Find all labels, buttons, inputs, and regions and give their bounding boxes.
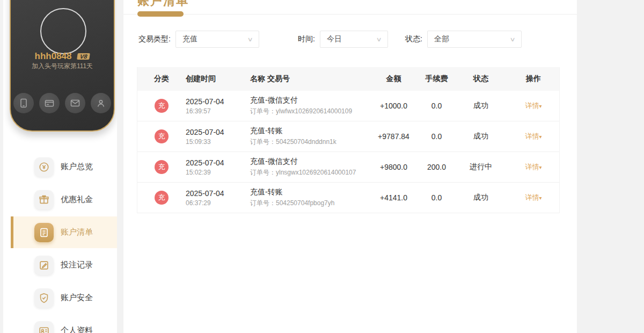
row-amount: +9800.0 bbox=[368, 163, 419, 171]
row-fee: 0.0 bbox=[419, 102, 454, 110]
row-fee: 0.0 bbox=[419, 132, 454, 141]
bankcard-icon[interactable] bbox=[39, 93, 60, 113]
row-status: 成功 bbox=[454, 193, 508, 202]
sidebar-nav: 账户总览 优惠礼金 账户清单 投注记录 bbox=[3, 151, 117, 333]
sidebar-item-label: 个人资料 bbox=[61, 325, 93, 333]
tablet-icon[interactable] bbox=[13, 93, 34, 113]
avatar bbox=[40, 8, 86, 54]
table-row: 充 2025-07-04 16:39:57 充值-微信支付 订单号：ylwfwx… bbox=[137, 91, 559, 121]
sidebar-item-label: 优惠礼金 bbox=[61, 194, 93, 205]
sidebar-item-betting-records[interactable]: 投注记录 bbox=[11, 249, 117, 281]
selected-value: 充值 bbox=[182, 34, 197, 44]
sidebar: hhh0848 V8 加入头号玩家第111天 bbox=[3, 0, 117, 333]
sidebar-item-label: 账户安全 bbox=[61, 293, 93, 303]
row-amount: +4141.0 bbox=[368, 193, 419, 202]
main-panel: 账户清单 交易类型: 充值 ∨ 时间: 今日 ∨ 状态: 全部 ∨ 分类 创建时… bbox=[123, 0, 577, 333]
deposit-badge: 充 bbox=[155, 191, 169, 205]
table-row: 充 2025-07-04 15:02:39 充值-微信支付 订单号：ylnsgw… bbox=[137, 152, 559, 183]
caret-down-icon: ▾ bbox=[539, 164, 541, 170]
deposit-badge: 充 bbox=[155, 129, 169, 143]
contacts-icon[interactable] bbox=[91, 93, 111, 113]
chevron-down-icon: ∨ bbox=[376, 36, 382, 43]
row-order-no: 订单号：ylnsgwx1026920614000107 bbox=[250, 168, 368, 177]
table-row: 充 2025-07-04 06:37:29 充值-转账 订单号：50425070… bbox=[137, 183, 559, 213]
sidebar-item-promotions[interactable]: 优惠礼金 bbox=[11, 184, 117, 215]
caret-down-icon: ▾ bbox=[539, 195, 541, 201]
sidebar-item-account-statement[interactable]: 账户清单 bbox=[11, 216, 117, 248]
shield-icon bbox=[34, 288, 54, 308]
transaction-type-select[interactable]: 充值 ∨ bbox=[175, 31, 259, 48]
chevron-down-icon: ∨ bbox=[509, 36, 515, 43]
row-name: 充值-微信支付 bbox=[250, 157, 368, 166]
sidebar-item-label: 账户总览 bbox=[61, 162, 93, 172]
row-date: 2025-07-04 bbox=[186, 97, 250, 106]
header-amount: 金额 bbox=[368, 74, 419, 84]
row-fee: 0.0 bbox=[419, 193, 454, 202]
row-date: 2025-07-04 bbox=[186, 158, 250, 167]
table-header: 分类 创建时间 名称 交易号 金额 手续费 状态 操作 bbox=[137, 67, 559, 91]
filter-status: 状态: 全部 ∨ bbox=[405, 31, 522, 48]
quick-actions bbox=[11, 93, 114, 113]
header-status: 状态 bbox=[454, 74, 508, 84]
row-date: 2025-07-04 bbox=[186, 128, 250, 136]
sidebar-item-account-overview[interactable]: 账户总览 bbox=[11, 151, 117, 183]
title-divider bbox=[123, 14, 577, 15]
filter-label: 时间: bbox=[298, 34, 315, 44]
row-time: 15:09:33 bbox=[186, 138, 250, 146]
header-category: 分类 bbox=[137, 74, 186, 84]
row-time: 15:02:39 bbox=[186, 169, 250, 176]
row-order-no: 订单号：504250704dnddnn1k bbox=[250, 137, 368, 147]
row-amount: +9787.84 bbox=[368, 132, 419, 141]
header-fee: 手续费 bbox=[419, 74, 454, 84]
row-order-no: 订单号：504250704fpbog7yh bbox=[250, 199, 368, 208]
vip-badge: V8 bbox=[77, 53, 90, 60]
transactions-table: 分类 创建时间 名称 交易号 金额 手续费 状态 操作 充 2025-07-04… bbox=[137, 67, 560, 213]
row-time: 16:39:57 bbox=[186, 107, 250, 115]
filter-transaction-type: 交易类型: 充值 ∨ bbox=[138, 31, 259, 48]
username: hhh0848 bbox=[35, 51, 72, 61]
sidebar-item-account-security[interactable]: 账户安全 bbox=[11, 282, 117, 314]
filter-label: 状态: bbox=[405, 34, 422, 44]
status-select[interactable]: 全部 ∨ bbox=[427, 31, 522, 48]
header-name-txn: 名称 交易号 bbox=[250, 74, 368, 84]
sidebar-item-label: 投注记录 bbox=[61, 260, 93, 270]
chevron-down-icon: ∨ bbox=[247, 36, 253, 43]
filter-label: 交易类型: bbox=[138, 34, 171, 44]
row-name: 充值-转账 bbox=[250, 187, 368, 197]
idcard-icon bbox=[34, 321, 54, 333]
row-name: 充值-微信支付 bbox=[250, 96, 368, 105]
join-days-text: 加入头号玩家第111天 bbox=[11, 62, 114, 71]
caret-down-icon: ▾ bbox=[539, 134, 541, 140]
row-status: 进行中 bbox=[454, 162, 508, 172]
mail-icon[interactable] bbox=[65, 93, 85, 113]
sidebar-item-personal-profile[interactable]: 个人资料 bbox=[11, 315, 117, 333]
detail-dropdown-link[interactable]: 详情▾ bbox=[508, 162, 559, 172]
caret-down-icon: ▾ bbox=[539, 103, 541, 109]
detail-dropdown-link[interactable]: 详情▾ bbox=[508, 132, 559, 141]
row-time: 06:37:29 bbox=[186, 199, 250, 207]
row-status: 成功 bbox=[454, 101, 508, 111]
filter-time: 时间: 今日 ∨ bbox=[298, 31, 388, 48]
deposit-badge: 充 bbox=[155, 99, 169, 113]
sidebar-item-label: 账户清单 bbox=[61, 227, 93, 237]
selected-value: 全部 bbox=[434, 34, 449, 44]
detail-dropdown-link[interactable]: 详情▾ bbox=[508, 193, 559, 202]
row-amount: +1000.0 bbox=[368, 102, 419, 110]
profile-card: hhh0848 V8 加入头号玩家第111天 bbox=[10, 0, 115, 132]
page-title: 账户清单 bbox=[137, 0, 189, 9]
time-select[interactable]: 今日 ∨ bbox=[320, 31, 388, 48]
row-fee: 200.0 bbox=[419, 163, 454, 171]
deposit-badge: 充 bbox=[155, 160, 169, 174]
row-order-no: 订单号：ylwfwx1026920614000109 bbox=[250, 107, 368, 116]
detail-dropdown-link[interactable]: 详情▾ bbox=[508, 101, 559, 111]
coin-icon bbox=[34, 157, 54, 177]
header-created-time: 创建时间 bbox=[186, 74, 250, 84]
record-icon bbox=[34, 256, 54, 275]
table-row: 充 2025-07-04 15:09:33 充值-转账 订单号：50425070… bbox=[137, 121, 559, 152]
row-status: 成功 bbox=[454, 132, 508, 141]
row-date: 2025-07-04 bbox=[186, 189, 250, 198]
row-name: 充值-转账 bbox=[250, 126, 368, 136]
selected-value: 今日 bbox=[327, 34, 342, 44]
title-underline bbox=[137, 11, 184, 17]
document-icon bbox=[34, 223, 54, 242]
